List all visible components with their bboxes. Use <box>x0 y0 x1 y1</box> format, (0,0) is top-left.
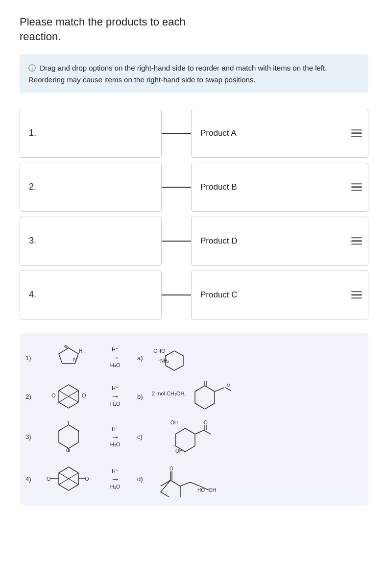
diag-label-3: 3) <box>25 433 39 441</box>
left-box-3: 3. <box>20 217 162 266</box>
right-box-4[interactable]: Product C <box>191 270 368 319</box>
diag-reactant-3: O O <box>39 421 98 453</box>
match-row-4: 4. Product C <box>20 270 368 319</box>
info-box: ⓘ Drag and drop options on the right-han… <box>20 54 368 93</box>
diag-product-4: O HO OH <box>151 462 363 497</box>
svg-text:HO: HO <box>197 488 205 493</box>
svg-text:O: O <box>51 392 56 398</box>
arrow-reagent-3a: H⁺ <box>112 426 119 432</box>
svg-text:O: O <box>66 447 71 453</box>
page-title: Please match the products to each reacti… <box>20 15 368 44</box>
svg-line-28 <box>204 430 211 434</box>
svg-text:⁺NH₃: ⁺NH₃ <box>158 358 169 364</box>
svg-text:2 mol CH₃OH,: 2 mol CH₃OH, <box>152 391 186 396</box>
svg-text:O: O <box>204 420 208 425</box>
connector-1 <box>162 109 191 158</box>
right-box-1[interactable]: Product A <box>191 109 368 158</box>
left-box-4: 4. <box>20 270 162 319</box>
connector-2 <box>162 163 191 212</box>
info-icon: ⓘ <box>28 62 36 74</box>
arrow-reagent-1a: H⁺ <box>112 346 119 353</box>
diag-label-1: 1) <box>25 354 39 362</box>
svg-text:O: O <box>170 466 173 471</box>
diagram-row-1: 1) N H H⁺ → H₂O a) <box>25 342 363 374</box>
row-number-4: 4. <box>29 290 36 300</box>
connector-3 <box>162 217 191 266</box>
diag-prod-label-2: b) <box>137 393 151 400</box>
drag-handle-1[interactable] <box>351 129 362 137</box>
matching-area: 1. Product A 2. Product B 3. Product D <box>20 109 368 324</box>
diag-reactant-1: N H <box>39 343 98 372</box>
left-box-2: 2. <box>20 163 162 212</box>
svg-marker-14 <box>195 386 215 409</box>
row-number-3: 3. <box>29 236 36 246</box>
diag-arrow-3: H⁺ → H₂O <box>98 426 132 448</box>
row-number-2: 2. <box>29 182 36 192</box>
diagram-row-3: 3) O O H⁺ → H₂O c) <box>25 419 363 455</box>
match-row-1: 1. Product A <box>20 109 368 158</box>
svg-line-27 <box>195 430 204 434</box>
diag-reactant-2: O O <box>39 381 98 413</box>
svg-line-18 <box>225 388 231 391</box>
diag-arrow-4: H⁺ → H₂O <box>98 468 132 490</box>
product-label-3: Product D <box>200 236 238 246</box>
diag-product-2: 2 mol CH₃OH, O <box>151 381 363 413</box>
arrow-reagent-4a: H⁺ <box>112 468 119 474</box>
drag-handle-2[interactable] <box>351 183 362 191</box>
svg-line-47 <box>190 482 200 486</box>
svg-text:O: O <box>47 476 51 482</box>
svg-line-41 <box>161 480 170 486</box>
svg-text:OH: OH <box>209 488 216 493</box>
diag-prod-label-1: a) <box>137 354 151 362</box>
svg-text:O: O <box>85 476 89 482</box>
svg-text:N: N <box>73 357 77 363</box>
arrow-reagent-3b: H₂O <box>110 441 121 448</box>
svg-text:O: O <box>66 421 71 422</box>
svg-marker-45 <box>161 480 180 497</box>
diag-product-1: CHO ⁺NH₃ <box>151 342 363 374</box>
match-row-2: 2. Product B <box>20 163 368 212</box>
svg-text:CHO: CHO <box>153 348 166 354</box>
svg-text:H: H <box>79 348 82 354</box>
svg-text:': ' <box>173 444 174 449</box>
arrow-reagent-1b: H₂O <box>110 362 121 368</box>
connector-4 <box>162 270 191 319</box>
diag-prod-label-4: d) <box>137 475 151 483</box>
right-box-3[interactable]: Product D <box>191 217 368 266</box>
row-number-1: 1. <box>29 128 36 138</box>
product-label-4: Product C <box>200 290 238 300</box>
product-label-1: Product A <box>200 128 237 138</box>
svg-marker-20 <box>59 425 78 448</box>
svg-text:O: O <box>82 392 86 398</box>
arrow-reagent-2a: H⁺ <box>112 385 119 392</box>
diag-prod-label-3: c) <box>137 433 151 441</box>
svg-text:OH: OH <box>170 420 178 425</box>
svg-line-46 <box>180 482 190 486</box>
diag-label-4: 4) <box>25 475 39 483</box>
diagram-row-4: 4) O O H⁺ → H₂O <box>25 462 363 497</box>
arrow-reagent-2b: H₂O <box>110 401 121 407</box>
product-label-2: Product B <box>200 182 237 192</box>
diagram-section: 1) N H H⁺ → H₂O a) <box>20 333 368 506</box>
diagram-grid: 1) N H H⁺ → H₂O a) <box>25 342 363 497</box>
diag-product-3: OH O OH ' <box>151 419 363 455</box>
right-box-2[interactable]: Product B <box>191 163 368 212</box>
diag-arrow-2: H⁺ → H₂O <box>98 385 132 408</box>
svg-text:OH: OH <box>175 448 183 454</box>
drag-handle-4[interactable] <box>351 291 362 299</box>
arrow-reagent-4b: H₂O <box>110 484 121 490</box>
left-box-1: 1. <box>20 109 162 158</box>
drag-handle-3[interactable] <box>351 237 362 245</box>
diag-label-2: 2) <box>25 393 39 400</box>
diag-arrow-1: H⁺ → H₂O <box>98 346 132 369</box>
svg-line-17 <box>215 388 224 392</box>
diag-reactant-4: O O <box>39 462 98 496</box>
svg-text:O: O <box>227 383 230 388</box>
match-row-3: 3. Product D <box>20 217 368 266</box>
diagram-row-2: 2) O O H⁺ → H₂O b) <box>25 381 363 413</box>
